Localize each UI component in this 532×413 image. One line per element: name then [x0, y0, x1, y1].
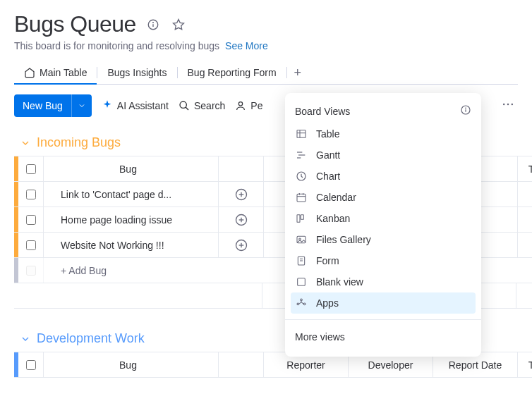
row-checkbox[interactable]: [18, 182, 44, 207]
svg-point-2: [153, 22, 154, 23]
star-icon[interactable]: [170, 16, 187, 33]
svg-point-24: [466, 108, 466, 109]
tab-bugs-insights[interactable]: Bugs Insights: [97, 61, 176, 84]
checkbox-all[interactable]: [18, 352, 44, 377]
info-icon[interactable]: [460, 104, 471, 118]
svg-point-4: [180, 101, 186, 108]
board-views-popover: Board Views Table Gantt Chart Calendar K…: [285, 93, 481, 357]
row-checkbox[interactable]: [18, 207, 44, 232]
view-option-apps[interactable]: Apps: [291, 292, 476, 314]
row-checkbox[interactable]: [18, 233, 44, 257]
search-icon: [179, 100, 190, 111]
svg-point-6: [239, 102, 243, 106]
view-option-calendar[interactable]: Calendar: [285, 187, 481, 208]
add-bug-input[interactable]: + Add Bug: [44, 258, 219, 283]
svg-rect-36: [297, 215, 300, 223]
view-option-files-gallery[interactable]: Files Gallery: [285, 229, 481, 250]
row-checkbox: [18, 258, 44, 283]
apps-icon: [295, 297, 308, 309]
more-options-button[interactable]: [498, 94, 518, 117]
item-name-cell[interactable]: Website Not Working !!!: [44, 233, 219, 257]
svg-point-9: [512, 104, 514, 106]
new-bug-button[interactable]: New Bug: [14, 94, 71, 117]
chart-icon: [295, 171, 308, 182]
column-header-time[interactable]: Time: [518, 156, 532, 181]
board-description: This board is for monitoring and resolvi…: [14, 40, 219, 51]
svg-point-7: [503, 104, 505, 106]
sparkle-icon: [102, 99, 113, 113]
chat-icon[interactable]: [219, 207, 264, 232]
tab-bug-reporting-form[interactable]: Bug Reporting Form: [178, 61, 286, 84]
new-bug-dropdown[interactable]: [71, 94, 92, 117]
item-name-cell[interactable]: Home page loading issue: [44, 207, 219, 232]
files-icon: [295, 234, 308, 245]
item-name-cell[interactable]: Link to 'Contact' page d...: [44, 182, 219, 207]
view-option-gantt[interactable]: Gantt: [285, 144, 481, 166]
svg-marker-3: [173, 19, 183, 29]
view-option-chart[interactable]: Chart: [285, 166, 481, 187]
separator: [285, 319, 481, 320]
form-icon: [295, 255, 308, 266]
chevron-down-icon: [78, 101, 86, 110]
page-title: Bugs Queue: [14, 11, 136, 37]
info-icon[interactable]: [145, 16, 162, 33]
blank-icon: [295, 276, 308, 288]
column-header-time[interactable]: Time: [518, 352, 532, 377]
kanban-icon: [295, 213, 308, 224]
tab-main-table[interactable]: Main Table: [14, 61, 97, 84]
svg-rect-37: [301, 215, 303, 220]
svg-rect-43: [298, 278, 306, 286]
add-view-button[interactable]: +: [287, 63, 309, 83]
view-option-kanban[interactable]: Kanban: [285, 208, 481, 229]
calendar-icon: [295, 192, 308, 203]
svg-rect-32: [297, 194, 306, 202]
svg-point-8: [507, 104, 509, 106]
column-header-chat[interactable]: [219, 352, 264, 377]
checkbox-all[interactable]: [18, 156, 44, 181]
person-icon: [235, 100, 246, 111]
person-filter-button[interactable]: Pe: [235, 100, 262, 111]
svg-point-44: [301, 299, 303, 301]
view-option-blank-view[interactable]: Blank view: [285, 271, 481, 292]
dots-horizontal-icon: [501, 97, 515, 111]
home-icon: [24, 67, 35, 78]
popover-title: Board Views: [295, 106, 350, 117]
view-option-table[interactable]: Table: [285, 123, 481, 144]
chat-icon[interactable]: [219, 233, 264, 257]
view-option-form[interactable]: Form: [285, 250, 481, 271]
chat-icon[interactable]: [219, 182, 264, 207]
column-header-bug[interactable]: Bug: [44, 352, 219, 377]
more-views-button[interactable]: More views: [285, 326, 481, 348]
column-header-bug[interactable]: Bug: [44, 156, 219, 181]
ai-assistant-button[interactable]: AI Assistant: [102, 99, 169, 113]
search-button[interactable]: Search: [179, 100, 225, 111]
chevron-down-icon: [20, 333, 31, 345]
svg-rect-25: [297, 130, 306, 138]
chevron-down-icon: [20, 137, 31, 149]
svg-line-5: [186, 107, 188, 110]
gantt-icon: [295, 149, 308, 161]
svg-point-45: [297, 303, 299, 305]
column-header-chat[interactable]: [219, 156, 264, 181]
see-more-link[interactable]: See More: [225, 40, 268, 51]
svg-point-46: [303, 303, 306, 305]
table-icon: [295, 128, 308, 140]
